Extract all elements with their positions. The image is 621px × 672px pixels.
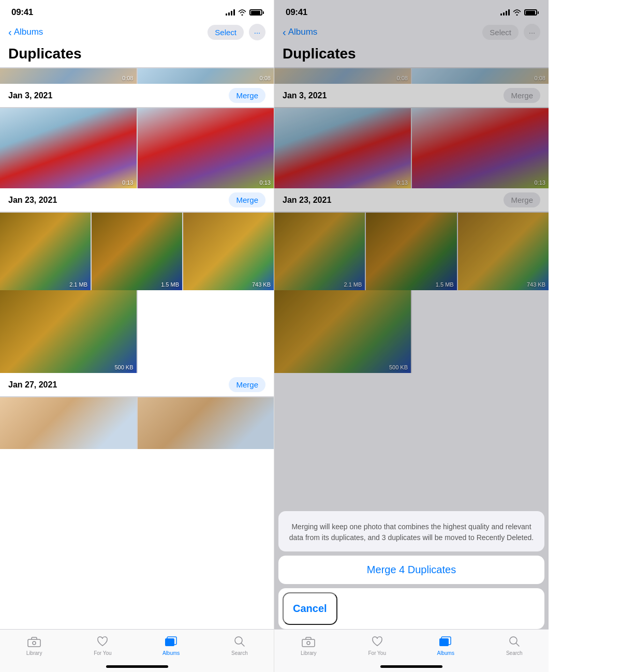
photo-cell-jan23-3-left[interactable]: 743 KB <box>183 213 274 290</box>
photo-badge-jan23-1-left: 2.1 MB <box>69 281 87 288</box>
ellipsis-icon-left: ··· <box>254 28 261 37</box>
wifi-icon-right <box>513 9 521 16</box>
tab-albums-right[interactable]: Albums <box>411 635 480 656</box>
merge-button-jan23-right: Merge <box>504 192 540 207</box>
battery-icon-left <box>249 9 262 16</box>
right-panel-inner: 09:41 <box>274 0 549 629</box>
top-partial-row-left: 0:08 0:08 <box>0 67 274 84</box>
back-button-left[interactable]: ‹ Albums <box>8 27 43 37</box>
section-date-jan27-left: Jan 27, 2021 <box>8 380 57 390</box>
photo-cell-top-2-right: 0:08 <box>412 68 549 84</box>
photo-cell-jan27-1-left[interactable] <box>0 397 137 449</box>
photo-grid-jan3-left: 0:13 0:13 <box>0 107 274 188</box>
tab-albums-left[interactable]: Albums <box>137 635 205 656</box>
section-jan23-right-bg: Jan 23, 2021 Merge 2.1 MB 1.5 MB 743 KB <box>274 188 549 373</box>
svg-rect-0 <box>28 639 40 647</box>
tab-bar-right: Library For You Albums <box>274 629 549 672</box>
status-icons-right <box>500 9 537 16</box>
svg-point-1 <box>33 641 36 645</box>
tab-search-right[interactable]: Search <box>480 635 549 656</box>
svg-point-4 <box>235 637 242 644</box>
albums-icon-left <box>165 635 178 648</box>
photo-badge-jan3-1-left: 0:13 <box>122 180 133 186</box>
status-time-left: 09:41 <box>11 7 33 18</box>
tab-search-left[interactable]: Search <box>205 635 274 656</box>
tab-foryou-left[interactable]: For You <box>68 635 137 656</box>
tab-label-search-left: Search <box>231 650 248 656</box>
section-jan3-right-bg: Jan 3, 2021 Merge 0:13 0:13 <box>274 84 549 188</box>
tab-library-right[interactable]: Library <box>274 635 343 656</box>
photo-grid-jan23-row2-left: 500 KB <box>0 290 274 373</box>
library-icon-left <box>27 635 41 648</box>
nav-actions-right-bg: Select ··· <box>482 24 540 40</box>
search-icon-right <box>508 635 521 648</box>
status-time-right: 09:41 <box>286 7 307 18</box>
page-title-right-bg: Duplicates <box>274 44 549 67</box>
photo-badge-jan23-3-left: 743 KB <box>252 281 271 288</box>
nav-actions-left: Select ··· <box>208 24 265 40</box>
tab-label-library-left: Library <box>26 650 42 656</box>
photo-cell-top-1-left[interactable]: 0:08 <box>0 68 137 84</box>
tab-label-foryou-right: For You <box>368 650 386 656</box>
section-date-jan3-left: Jan 3, 2021 <box>8 91 52 100</box>
photo-cell-top-2-left[interactable]: 0:08 <box>138 68 274 84</box>
svg-point-9 <box>510 637 517 644</box>
tab-label-albums-right: Albums <box>437 650 454 656</box>
merge-button-jan3-right: Merge <box>504 88 540 103</box>
photo-cell-jan23-1-left[interactable]: 2.1 MB <box>0 213 91 290</box>
photo-cell-jan23-2-left[interactable]: 1.5 MB <box>92 213 182 290</box>
back-label-right-bg: Albums <box>288 27 318 37</box>
wifi-icon-left <box>238 9 246 16</box>
action-sheet-modal: Merging will keep one photo that combine… <box>274 507 549 629</box>
nav-bar-left: ‹ Albums Select ··· <box>0 22 274 44</box>
action-sheet-body: Merging will keep one photo that combine… <box>278 511 544 551</box>
merge-button-jan23-left[interactable]: Merge <box>229 192 265 207</box>
top-partial-row-right: 0:08 0:08 <box>274 67 549 84</box>
cancel-button[interactable]: Cancel <box>283 592 337 625</box>
section-jan27-left: Jan 27, 2021 Merge <box>0 373 274 449</box>
action-sheet-message: Merging will keep one photo that combine… <box>289 521 534 543</box>
svg-rect-5 <box>302 639 315 647</box>
section-jan3-left: Jan 3, 2021 Merge 0:13 0:13 <box>0 84 274 188</box>
section-jan23-left: Jan 23, 2021 Merge 2.1 MB 1.5 MB 743 KB … <box>0 188 274 373</box>
page-title-left: Duplicates <box>0 44 274 67</box>
home-indicator-left <box>106 665 168 668</box>
merge-duplicates-button[interactable]: Merge 4 Duplicates <box>278 556 544 584</box>
photo-badge-top-2-left: 0:08 <box>260 75 271 81</box>
chevron-left-icon-right: ‹ <box>283 27 286 37</box>
section-header-jan3-left: Jan 3, 2021 Merge <box>0 84 274 107</box>
back-button-right-bg: ‹ Albums <box>283 27 317 37</box>
status-bar-right: 09:41 <box>274 0 549 22</box>
merge-button-jan27-left[interactable]: Merge <box>229 377 265 392</box>
merge-button-jan3-left[interactable]: Merge <box>229 88 265 103</box>
status-bar-left: 09:41 <box>0 0 274 22</box>
photo-cell-jan3-1-left[interactable]: 0:13 <box>0 108 137 188</box>
library-icon-right <box>302 635 315 648</box>
tab-label-albums-left: Albums <box>162 650 180 656</box>
signal-icon-left <box>226 9 235 16</box>
albums-icon-right <box>439 635 452 648</box>
select-button-left[interactable]: Select <box>208 25 244 40</box>
section-header-jan23-right: Jan 23, 2021 Merge <box>274 188 549 212</box>
photo-grid-jan23-left: 2.1 MB 1.5 MB 743 KB <box>0 212 274 290</box>
scroll-content-left: 0:08 0:08 Jan 3, 2021 Merge 0:13 0:13 <box>0 67 274 629</box>
photo-badge-jan3-2-left: 0:13 <box>260 180 271 186</box>
photo-grid-jan23-right: 2.1 MB 1.5 MB 743 KB <box>274 212 549 290</box>
more-button-right-bg: ··· <box>524 24 540 40</box>
status-icons-left <box>226 9 262 16</box>
photo-cell-jan23-4-left[interactable]: 500 KB <box>0 290 137 373</box>
search-icon-left <box>233 635 246 648</box>
right-phone-panel: 09:41 <box>274 0 549 672</box>
section-header-jan3-right: Jan 3, 2021 Merge <box>274 84 549 107</box>
more-button-left[interactable]: ··· <box>249 24 265 40</box>
signal-icon-right <box>500 9 510 16</box>
chevron-left-icon: ‹ <box>8 27 12 37</box>
photo-cell-top-1-right: 0:08 <box>274 68 411 84</box>
tab-foryou-right[interactable]: For You <box>343 635 412 656</box>
photo-cell-jan27-2-left[interactable] <box>138 397 274 449</box>
foryou-icon-left <box>96 635 109 648</box>
photo-cell-jan3-2-left[interactable]: 0:13 <box>138 108 274 188</box>
tab-label-foryou-left: For You <box>94 650 111 656</box>
photo-grid-jan27-left <box>0 396 274 449</box>
tab-library-left[interactable]: Library <box>0 635 68 656</box>
